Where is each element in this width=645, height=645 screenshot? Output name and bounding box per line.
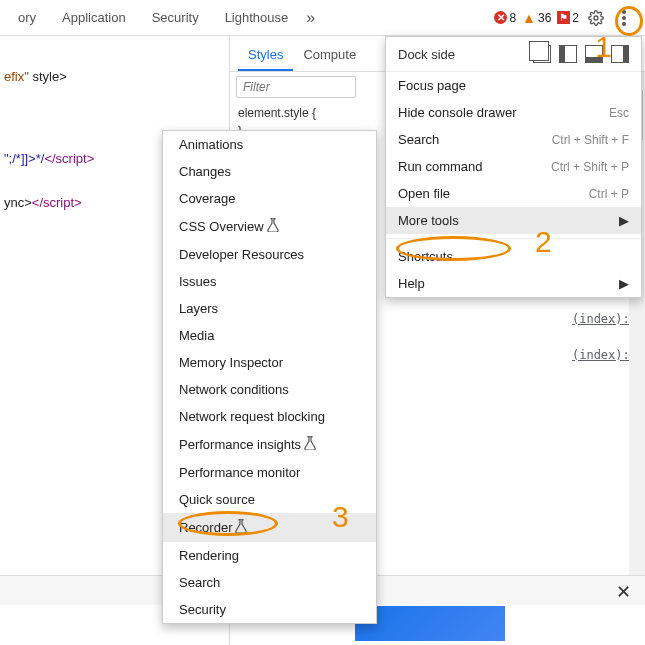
tab-computed[interactable]: Compute [293,39,366,71]
more-tools-item-animations[interactable]: Animations [163,131,376,158]
dock-right-icon[interactable] [611,45,629,63]
flask-icon [304,436,316,453]
more-tools-item-network-request-blocking[interactable]: Network request blocking [163,403,376,430]
dock-side-label: Dock side [398,47,525,62]
more-tools-item-layers[interactable]: Layers [163,295,376,322]
more-tools-item-label: Animations [179,137,243,152]
more-tools-item-issues[interactable]: Issues [163,268,376,295]
more-tools-item-developer-resources[interactable]: Developer Resources [163,241,376,268]
more-tools-item-label: Changes [179,164,231,179]
dock-side-row: Dock side [386,37,641,72]
more-tools-item-label: Security [179,602,226,617]
menu-separator [386,238,641,239]
error-count[interactable]: ✕ 8 [494,11,516,25]
more-tools-item-label: Developer Resources [179,247,304,262]
more-tools-item-label: Media [179,328,214,343]
tab-lighthouse[interactable]: Lighthouse [213,4,301,31]
flask-icon [235,519,247,536]
issues-count-value: 2 [572,11,579,25]
menu-shortcuts[interactable]: Shortcuts [386,243,641,270]
style-source-link2[interactable]: (index):3 [572,346,637,364]
error-count-value: 8 [509,11,516,25]
more-tools-item-coverage[interactable]: Coverage [163,185,376,212]
svg-point-2 [622,16,626,20]
code-text2: ync> [4,195,32,210]
more-tools-item-quick-source[interactable]: Quick source [163,486,376,513]
more-tools-item-label: Layers [179,301,218,316]
more-tools-item-label: Rendering [179,548,239,563]
tab-application[interactable]: Application [50,4,138,31]
preview-thumbnail [355,606,505,641]
chevron-right-icon: ▶ [619,276,629,291]
more-tools-item-label: Network request blocking [179,409,325,424]
more-tools-item-label: Coverage [179,191,235,206]
more-tools-item-recorder[interactable]: Recorder [163,513,376,542]
dock-undock-icon[interactable] [533,45,551,63]
more-tools-item-media[interactable]: Media [163,322,376,349]
more-tools-item-label: Network conditions [179,382,289,397]
menu-search[interactable]: SearchCtrl + Shift + F [386,126,641,153]
more-tools-item-label: Quick source [179,492,255,507]
more-tools-item-label: Memory Inspector [179,355,283,370]
more-tools-item-changes[interactable]: Changes [163,158,376,185]
tab-styles[interactable]: Styles [238,39,293,71]
devtools-toolbar: ory Application Security Lighthouse » ✕ … [0,0,645,36]
tab-security[interactable]: Security [140,4,211,31]
kebab-menu: Dock side Focus page Hide console drawer… [385,36,642,298]
svg-point-3 [622,22,626,26]
more-tools-item-performance-insights[interactable]: Performance insights [163,430,376,459]
more-tools-item-label: Recorder [179,520,232,535]
more-tools-item-label: Performance monitor [179,465,300,480]
warning-count[interactable]: ▲ 36 [522,10,551,26]
dock-bottom-icon[interactable] [585,45,603,63]
error-icon: ✕ [494,11,507,24]
code-end-tag2: </script​> [32,195,82,210]
dock-left-icon[interactable] [559,45,577,63]
more-tools-item-label: Search [179,575,220,590]
warning-count-value: 36 [538,11,551,25]
more-tools-item-label: Performance insights [179,437,301,452]
style-source-link[interactable]: (index):3 [572,310,637,328]
menu-open-file[interactable]: Open fileCtrl + P [386,180,641,207]
more-tabs-icon[interactable]: » [300,9,321,27]
more-tools-item-network-conditions[interactable]: Network conditions [163,376,376,403]
more-tools-item-memory-inspector[interactable]: Memory Inspector [163,349,376,376]
code-str: ";/*]]>*/ [4,151,44,166]
kebab-menu-icon[interactable] [613,7,635,29]
more-tools-item-search[interactable]: Search [163,569,376,596]
more-tools-item-security[interactable]: Security [163,596,376,623]
code-end-tag: </script​> [44,151,94,166]
warning-icon: ▲ [522,10,536,26]
menu-focus-page[interactable]: Focus page [386,72,641,99]
flask-icon [267,218,279,235]
toolbar-right: ✕ 8 ▲ 36 ⚑ 2 [494,7,639,29]
code-attr: efix" [4,69,29,84]
more-tools-item-css-overview[interactable]: CSS Overview [163,212,376,241]
svg-point-1 [622,10,626,14]
more-tools-submenu: AnimationsChangesCoverageCSS OverviewDev… [162,130,377,624]
menu-hide-drawer[interactable]: Hide console drawerEsc [386,99,641,126]
tab-memory[interactable]: ory [6,4,48,31]
menu-run-command[interactable]: Run commandCtrl + Shift + P [386,153,641,180]
svg-point-0 [594,16,598,20]
more-tools-item-performance-monitor[interactable]: Performance monitor [163,459,376,486]
styles-filter-input[interactable] [236,76,356,98]
close-icon[interactable]: ✕ [616,581,631,603]
more-tools-item-rendering[interactable]: Rendering [163,542,376,569]
code-text: style> [29,69,67,84]
menu-more-tools[interactable]: More tools▶ [386,207,641,234]
issues-count[interactable]: ⚑ 2 [557,11,579,25]
more-tools-item-label: Issues [179,274,217,289]
issues-icon: ⚑ [557,11,570,24]
chevron-right-icon: ▶ [619,213,629,228]
more-tools-item-label: CSS Overview [179,219,264,234]
settings-gear-icon[interactable] [585,7,607,29]
panel-tabs: ory Application Security Lighthouse [6,4,300,31]
menu-help[interactable]: Help▶ [386,270,641,297]
